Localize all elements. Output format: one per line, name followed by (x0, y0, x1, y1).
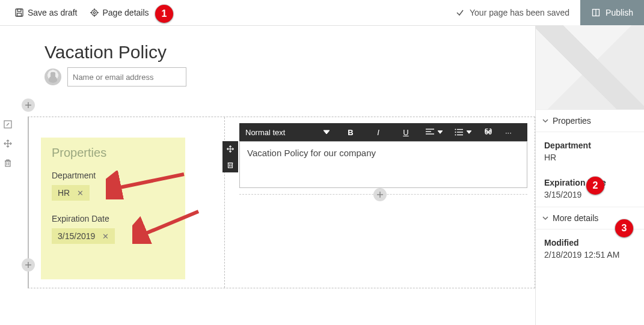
page-thumbnail (536, 25, 644, 110)
edit-icon (3, 120, 13, 129)
plus-icon (25, 261, 32, 269)
edit-section-button[interactable] (2, 118, 14, 130)
canvas-tool-rail (1, 118, 14, 169)
side-expiration-label: Expiration Date (544, 178, 636, 187)
bold-button[interactable]: B (337, 123, 364, 141)
page-canvas: Vacation Policy Properties Department HR… (0, 25, 535, 325)
side-modified: Modified 2/18/2019 12:51 AM (536, 229, 644, 260)
add-webpart-button[interactable] (373, 188, 387, 201)
delete-section-button[interactable] (2, 157, 14, 169)
svg-marker-33 (438, 131, 443, 134)
people-picker-input[interactable] (67, 67, 186, 87)
publish-button[interactable]: Publish (580, 0, 644, 25)
bullet-list-icon (455, 129, 463, 136)
side-expiration-value: 3/15/2019 (544, 190, 636, 199)
link-button[interactable] (477, 123, 499, 141)
save-as-draft-button[interactable]: Save as draft (8, 0, 84, 25)
webpart-move-handle[interactable] (222, 141, 238, 157)
chevron-down-icon (542, 117, 549, 124)
italic-button[interactable]: I (364, 123, 392, 141)
svg-rect-0 (16, 9, 23, 16)
add-section-button-bottom[interactable] (22, 258, 35, 272)
underline-button[interactable]: U (392, 123, 420, 141)
svg-rect-25 (228, 163, 233, 168)
page-details-pane: Properties Department HR Expiration Date… (535, 25, 644, 325)
top-command-bar: Save as draft Page details Your page has… (0, 0, 644, 26)
properties-section-header[interactable]: Properties (536, 110, 644, 132)
department-value: HR (58, 188, 70, 198)
side-department-value: HR (544, 153, 636, 162)
expiration-chip[interactable]: 3/15/2019 ✕ (52, 228, 115, 244)
expiration-clear[interactable]: ✕ (102, 232, 109, 241)
check-icon (455, 8, 465, 17)
paragraph-style-label: Normal text (245, 128, 285, 137)
plus-icon (25, 102, 32, 109)
department-label: Department (52, 171, 174, 180)
move-icon (3, 139, 13, 148)
gear-icon (90, 8, 99, 17)
align-left-icon (426, 129, 434, 136)
properties-section-label: Properties (553, 116, 591, 126)
page-saved-message: Your page has been saved (470, 8, 569, 17)
toolbar-more-button[interactable]: ··· (499, 123, 518, 141)
move-section-button[interactable] (2, 138, 14, 150)
expiration-label: Expiration Date (52, 214, 174, 223)
save-icon (14, 8, 24, 17)
svg-rect-18 (7, 160, 9, 161)
list-dropdown[interactable] (449, 123, 477, 141)
webpart-handle-rail (222, 141, 238, 172)
svg-point-36 (455, 132, 456, 133)
plus-icon (376, 191, 384, 198)
text-webpart-body[interactable]: Vacation Policy for our company (239, 141, 527, 188)
more-details-section-label: More details (553, 213, 598, 223)
trash-icon (226, 160, 235, 169)
page-author-row (44, 67, 535, 87)
paragraph-style-dropdown[interactable]: Normal text (239, 123, 337, 141)
text-format-toolbar: Normal text B I U ··· (239, 123, 527, 141)
trash-icon (3, 158, 13, 168)
side-modified-label: Modified (544, 238, 636, 248)
expiration-value: 3/15/2019 (58, 231, 95, 241)
chevron-down-icon (324, 129, 330, 135)
svg-point-3 (91, 10, 97, 16)
svg-point-34 (455, 129, 456, 130)
svg-marker-29 (324, 130, 330, 134)
department-clear[interactable]: ✕ (77, 189, 84, 198)
page-properties-webpart[interactable]: Properties Department HR ✕ Expiration Da… (41, 138, 185, 279)
chevron-down-icon (542, 214, 549, 222)
webpart-delete-handle[interactable] (222, 157, 238, 172)
svg-rect-2 (17, 13, 22, 16)
svg-point-38 (455, 135, 456, 136)
properties-title: Properties (52, 146, 174, 160)
side-department: Department HR (536, 132, 644, 162)
section-zone: Properties Department HR ✕ Expiration Da… (28, 117, 535, 288)
svg-rect-14 (5, 161, 10, 166)
page-details-label: Page details (103, 8, 149, 17)
move-icon (226, 145, 235, 153)
avatar (44, 68, 61, 85)
svg-marker-40 (467, 131, 471, 134)
side-department-label: Department (544, 141, 636, 150)
align-dropdown[interactable] (420, 123, 449, 141)
department-chip[interactable]: HR ✕ (52, 185, 90, 201)
save-as-draft-label: Save as draft (28, 8, 78, 17)
publish-label: Publish (606, 8, 633, 17)
svg-rect-1 (17, 9, 21, 11)
svg-point-4 (93, 11, 95, 13)
chevron-down-icon (438, 130, 443, 135)
side-modified-value: 2/18/2019 12:51 AM (544, 250, 636, 260)
page-saved-status: Your page has been saved (455, 8, 580, 17)
side-expiration: Expiration Date 3/15/2019 (536, 169, 644, 199)
add-section-button-top[interactable] (22, 99, 35, 112)
publish-icon (591, 8, 601, 17)
link-icon (483, 129, 493, 136)
page-title[interactable]: Vacation Policy (44, 42, 535, 62)
page-details-button[interactable]: Page details (84, 0, 155, 25)
chevron-down-icon (467, 130, 471, 135)
more-details-section-header[interactable]: More details (536, 207, 644, 229)
